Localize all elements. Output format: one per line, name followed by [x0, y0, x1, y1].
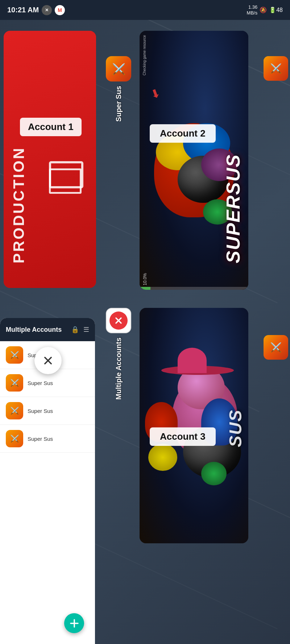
mute-icon: 🔕 — [260, 7, 267, 13]
panel-item-name-4: Super Sus — [28, 436, 53, 442]
supersus-logo: SUPERSUS — [222, 154, 244, 263]
network-speed: 1.36 MB/s — [247, 4, 258, 16]
multiple-x-circle — [109, 311, 128, 330]
panel-item-3[interactable]: ⚔️ Super Sus — [0, 397, 95, 425]
multiple-strip[interactable]: Multiple Accounts — [97, 308, 140, 400]
panel-item-icon-2: ⚔️ — [6, 374, 23, 392]
loading-bar — [140, 287, 248, 290]
account3-supersus-logo: SUS — [225, 409, 245, 447]
panel-header: Multiple Accounts 🔒 ☰ — [0, 318, 95, 341]
add-icon — [69, 618, 80, 629]
x-icon: ✕ — [42, 5, 52, 15]
panel-item-name-3: Super Sus — [28, 408, 53, 414]
multiple-strip-label: Multiple Accounts — [115, 338, 123, 400]
x-circle-icon — [113, 315, 124, 326]
menu-icon: ☰ — [83, 326, 89, 334]
time-display: 10:21 AM — [7, 6, 39, 14]
checking-text: Checking game resource — [142, 35, 146, 75]
gmail-icon: M — [55, 5, 65, 15]
panel-item-icon-1: ⚔️ — [6, 346, 23, 364]
account2-label: Account 2 — [150, 124, 216, 143]
account1-card[interactable]: Account 1 PRODUCTION — [4, 31, 96, 288]
supersus-strip[interactable]: ⚔️ Super Sus — [97, 56, 140, 122]
main-area: Account 1 PRODUCTION ⚔️ Super Sus — [0, 20, 290, 644]
status-right: 1.36 MB/s 🔕 🔋48 — [247, 4, 283, 16]
production-text: PRODUCTION — [10, 147, 28, 263]
account1-label: Account 1 — [20, 118, 82, 136]
battery-icon: 🔋48 — [269, 7, 283, 13]
loading-progress — [140, 287, 150, 290]
close-account1-button[interactable] — [34, 347, 62, 374]
multiple-strip-icon — [106, 308, 131, 333]
panel-item-icon-3: ⚔️ — [6, 402, 23, 419]
close-x-icon — [42, 354, 54, 367]
account2-card[interactable]: ⬇ Checking game resource Account 2 SUPER… — [140, 31, 248, 290]
panel-item-name-2: Super Sus — [28, 380, 53, 386]
loading-percent: 10.0% — [142, 273, 148, 285]
app-icon-top-right: ⚔️ — [264, 56, 288, 81]
account3-card[interactable]: SUS Account 3 — [140, 308, 248, 543]
app-icon-bottom-right: ⚔️ — [264, 335, 288, 360]
add-account-button[interactable] — [64, 613, 84, 633]
panel-item-icon-4: ⚔️ — [6, 430, 23, 447]
supersus-strip-label: Super Sus — [115, 86, 123, 122]
panel-title: Multiple Accounts — [6, 326, 67, 334]
account3-label: Account 3 — [150, 427, 216, 446]
lock-icon: 🔒 — [71, 326, 79, 334]
status-bar: 10:21 AM ✕ M 1.36 MB/s 🔕 🔋48 — [0, 0, 290, 20]
supersus-strip-icon: ⚔️ — [106, 56, 131, 81]
status-left: 10:21 AM ✕ M — [7, 5, 65, 15]
panel-item-4[interactable]: ⚔️ Super Sus — [0, 425, 95, 453]
production-box-icon — [49, 161, 83, 188]
